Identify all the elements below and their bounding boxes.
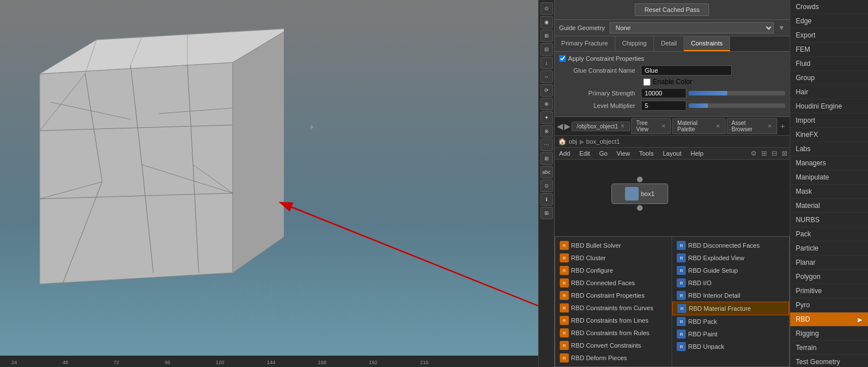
menu-item-crowds[interactable]: Crowds xyxy=(790,0,868,14)
rbd-pack[interactable]: R RBD Pack xyxy=(672,315,789,328)
tab-chipping[interactable]: Chipping xyxy=(615,36,654,51)
menu-item-nurbs[interactable]: NURBS xyxy=(790,213,868,227)
menu-item-kinefx[interactable]: KineFX xyxy=(790,128,868,142)
enable-color-checkbox[interactable] xyxy=(643,78,651,86)
toolbar-icon-7[interactable]: ⟳ xyxy=(540,84,553,97)
menu-item-import[interactable]: Import xyxy=(790,114,868,128)
menu-item-houdini-engine[interactable]: Houdini Engine xyxy=(790,99,868,114)
menu-item-labs[interactable]: Labs xyxy=(790,142,868,156)
menu-go[interactable]: Go xyxy=(597,149,610,158)
tab-material-palette[interactable]: Material Palette ✕ xyxy=(672,118,726,134)
toolbar-icon-10[interactable]: ⊗ xyxy=(540,125,553,137)
toolbar-icon-14[interactable]: ⊙ xyxy=(540,180,553,192)
nav-forward-button[interactable]: ▶ xyxy=(564,122,571,131)
toolbar-icon-1[interactable]: ⊙ xyxy=(540,2,553,15)
toolbar-icon-13[interactable]: abc xyxy=(540,166,553,178)
menu-item-terrain[interactable]: Terrain xyxy=(790,341,868,355)
menu-item-managers[interactable]: Managers xyxy=(790,156,868,170)
menu-tools[interactable]: Tools xyxy=(637,149,656,158)
menu-item-mask[interactable]: Mask xyxy=(790,185,868,199)
apply-constraint-checkbox[interactable] xyxy=(559,55,566,62)
rbd-material-fracture[interactable]: R RBD Material Fracture xyxy=(672,302,789,315)
rbd-convert-constraints[interactable]: R RBD Convert Constraints xyxy=(555,339,672,352)
add-tab-button[interactable]: + xyxy=(778,122,787,131)
rbd-constraints-from-rules[interactable]: R RBD Constraints from Rules xyxy=(555,327,672,339)
breadcrumb-obj[interactable]: obj xyxy=(569,138,577,145)
breadcrumb-box-object1[interactable]: box_object1 xyxy=(586,138,620,145)
menu-edit[interactable]: Edit xyxy=(577,149,592,158)
menu-item-pack[interactable]: Pack xyxy=(790,227,868,241)
menu-item-particle[interactable]: Particle xyxy=(790,241,868,256)
toolbar-icon-2[interactable]: ◉ xyxy=(540,16,553,28)
reset-cached-pass-button[interactable]: Reset Cached Pass xyxy=(635,3,709,16)
menu-add[interactable]: Add xyxy=(557,149,573,158)
rbd-configure[interactable]: R RBD Configure xyxy=(555,264,672,277)
menu-item-group[interactable]: Group xyxy=(790,71,868,85)
primary-strength-input[interactable] xyxy=(641,88,686,98)
rbd-cluster[interactable]: R RBD Cluster xyxy=(555,252,672,264)
menu-item-edge[interactable]: Edge xyxy=(790,14,868,28)
node-toolbar-icon-4[interactable]: ⊠ xyxy=(782,149,787,157)
rbd-constraints-from-lines[interactable]: R RBD Constraints from Lines xyxy=(555,314,672,327)
toolbar-icon-12[interactable]: ⊞ xyxy=(540,152,553,165)
tab-close-icon[interactable]: ✕ xyxy=(661,123,666,129)
toolbar-icon-3[interactable]: ⊞ xyxy=(540,30,553,42)
tab-asset-browser[interactable]: Asset Browser ✕ xyxy=(727,118,777,134)
rbd-unpack[interactable]: R RBD Unpack xyxy=(672,340,789,353)
tab-close-icon[interactable]: ✕ xyxy=(716,123,720,129)
3d-viewport[interactable]: 24 48 72 96 120 144 168 192 216 + xyxy=(0,0,538,367)
toolbar-icon-6[interactable]: ↔ xyxy=(540,70,553,83)
rbd-disconnected-faces[interactable]: R RBD Disconnected Faces xyxy=(672,239,789,252)
tab-constraints[interactable]: Constraints xyxy=(684,36,730,51)
menu-layout[interactable]: Layout xyxy=(660,149,684,158)
menu-item-fem[interactable]: FEM xyxy=(790,43,868,57)
menu-item-material[interactable]: Material xyxy=(790,199,868,213)
glue-constraint-input[interactable]: Glue xyxy=(641,65,732,76)
menu-item-planar[interactable]: Planar xyxy=(790,256,868,270)
guide-dropdown-icon[interactable]: ▼ xyxy=(778,24,785,32)
menu-view[interactable]: View xyxy=(614,149,632,158)
node-toolbar-icon-3[interactable]: ⊟ xyxy=(771,149,777,157)
tab-tree-view[interactable]: Tree View ✕ xyxy=(631,118,671,134)
toolbar-icon-9[interactable]: ✦ xyxy=(540,111,553,124)
tab-close-icon[interactable]: ✕ xyxy=(768,123,772,129)
rbd-exploded-view[interactable]: R RBD Exploded View xyxy=(672,252,789,264)
node-body[interactable]: box1 xyxy=(611,184,668,204)
rbd-constraint-properties[interactable]: R RBD Constraint Properties xyxy=(555,289,672,302)
node-toolbar-icon-1[interactable]: ⚙ xyxy=(750,149,757,157)
primary-strength-slider[interactable] xyxy=(689,91,785,95)
toolbar-icon-11[interactable]: ⋯ xyxy=(540,139,553,151)
rbd-bullet-solver[interactable]: R RBD Bullet Solver xyxy=(555,239,672,252)
guide-geometry-select[interactable]: None xyxy=(610,22,774,34)
toolbar-icon-16[interactable]: ⊞ xyxy=(540,207,553,219)
node-canvas[interactable]: box1 R RBD Bullet Solver R RBD Cluster xyxy=(555,160,790,367)
menu-item-polygon[interactable]: Polygon xyxy=(790,270,868,284)
menu-item-export[interactable]: Export xyxy=(790,28,868,43)
menu-help[interactable]: Help xyxy=(688,149,706,158)
rbd-paint[interactable]: R RBD Paint xyxy=(672,328,789,340)
rbd-connected-faces[interactable]: R RBD Connected Faces xyxy=(555,277,672,289)
tab-detail[interactable]: Detail xyxy=(654,36,684,51)
menu-item-hair[interactable]: Hair xyxy=(790,85,868,99)
menu-item-rigging[interactable]: Rigging xyxy=(790,327,868,341)
menu-item-rbd[interactable]: RBD ▶ xyxy=(790,312,868,327)
node-box1[interactable]: box1 xyxy=(611,177,668,211)
node-connector-top[interactable] xyxy=(637,177,643,182)
toolbar-icon-5[interactable]: ↕ xyxy=(540,57,553,69)
rbd-interior-detail[interactable]: R RBD Interior Detail xyxy=(672,289,789,302)
tab-obj-box-object1[interactable]: /obj/box_object1 ✕ xyxy=(572,122,630,131)
node-connector-bottom[interactable] xyxy=(637,205,643,211)
menu-item-pyro[interactable]: Pyro xyxy=(790,298,868,312)
rbd-constraints-from-curves[interactable]: R RBD Constraints from Curves xyxy=(555,302,672,314)
toolbar-icon-15[interactable]: ℹ xyxy=(540,193,553,206)
tab-primary-fracture[interactable]: Primary Fracture xyxy=(555,36,615,51)
menu-item-manipulate[interactable]: Manipulate xyxy=(790,170,868,185)
rbd-guide-setup[interactable]: R RBD Guide Setup xyxy=(672,264,789,277)
menu-item-test-geometry[interactable]: Test Geometry xyxy=(790,355,868,367)
node-toolbar-icon-2[interactable]: ⊞ xyxy=(761,149,767,157)
level-multiplier-input[interactable] xyxy=(641,101,686,111)
toolbar-icon-4[interactable]: ⊟ xyxy=(540,43,553,56)
rbd-io[interactable]: R RBD I/O xyxy=(672,277,789,289)
tab-close-icon[interactable]: ✕ xyxy=(620,123,625,129)
toolbar-icon-8[interactable]: ⊕ xyxy=(540,98,553,110)
